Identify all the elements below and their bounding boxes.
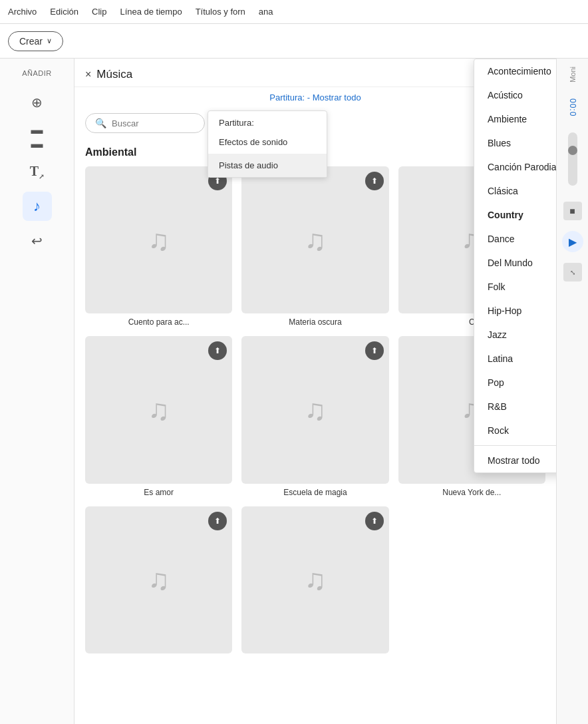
genre-item-folk[interactable]: Folk bbox=[474, 275, 556, 299]
genre-item-delmundo[interactable]: Del Mundo bbox=[474, 251, 556, 275]
menu-clip[interactable]: Clip bbox=[92, 7, 106, 17]
genre-divider bbox=[474, 445, 556, 446]
undo-icon: ↩ bbox=[31, 233, 43, 249]
genre-item-latina[interactable]: Latina bbox=[474, 347, 556, 371]
music-label-0: Cuento para ac... bbox=[85, 317, 232, 327]
genre-item-cancion[interactable]: Canción Parodia bbox=[474, 155, 556, 179]
menu-bar: Archivo Edición Clip Línea de tiempo Tít… bbox=[0, 0, 588, 24]
menu-titulos[interactable]: Títulos y forn bbox=[196, 7, 245, 17]
music-note-icon-3: ♫ bbox=[148, 393, 170, 427]
genre-item-blues[interactable]: Blues bbox=[474, 131, 556, 155]
play-icon: ▶ bbox=[569, 236, 577, 248]
sidebar-icon-undo[interactable]: ↩ bbox=[23, 226, 52, 256]
create-label: Crear bbox=[19, 36, 43, 47]
upload-btn-1[interactable]: ⬆ bbox=[365, 172, 384, 190]
music-thumb-0: ♫ ⬆ bbox=[85, 166, 232, 313]
music-panel: × Música Partitura: - Mostrar todo 🔍 Par… bbox=[74, 59, 556, 724]
music-thumb-7: ♫ ⬆ bbox=[241, 506, 388, 653]
upload-btn-7[interactable]: ⬆ bbox=[365, 512, 384, 530]
score-item-pistas[interactable]: Pistas de audio bbox=[208, 154, 327, 177]
time-display: 00:0 bbox=[568, 98, 577, 116]
chevron-down-icon: ∨ bbox=[47, 37, 52, 45]
monitor-label: Moni bbox=[569, 67, 577, 83]
music-card-7[interactable]: ♫ ⬆ bbox=[241, 506, 388, 657]
upload-icon-0: ⬆ bbox=[214, 176, 221, 186]
genre-item-hiphop[interactable]: Hip-Hop bbox=[474, 299, 556, 323]
score-dropdown-label: Partitura: bbox=[208, 111, 327, 130]
expand-button[interactable]: ⤡ bbox=[563, 263, 582, 281]
panel-close-button[interactable]: × bbox=[85, 69, 91, 81]
layers-icon: ▬▬ bbox=[31, 123, 43, 151]
menu-archivo[interactable]: Archivo bbox=[8, 7, 37, 17]
stop-icon: ■ bbox=[569, 206, 575, 216]
volume-slider[interactable] bbox=[568, 132, 577, 186]
music-card-0[interactable]: ♫ ⬆ Cuento para ac... bbox=[85, 166, 232, 327]
music-label-1: Materia oscura bbox=[241, 317, 388, 327]
sidebar: AÑADIR ⊕ ▬▬ T↗ ♪ ↩ bbox=[0, 59, 74, 724]
upload-icon-1: ⬆ bbox=[371, 176, 378, 186]
play-button[interactable]: ▶ bbox=[562, 231, 583, 252]
genre-item-pop[interactable]: Pop bbox=[474, 371, 556, 395]
music-note-icon-7: ♫ bbox=[304, 563, 326, 596]
stop-button[interactable]: ■ bbox=[563, 202, 582, 220]
sidebar-icon-plus[interactable]: ⊕ bbox=[23, 88, 52, 117]
menu-ana[interactable]: ana bbox=[259, 7, 273, 17]
music-note-icon-0: ♫ bbox=[148, 224, 170, 257]
search-input[interactable] bbox=[112, 118, 192, 128]
toolbar: Crear ∨ bbox=[0, 24, 588, 59]
genre-item-dance[interactable]: Dance bbox=[474, 227, 556, 251]
music-thumb-6: ♫ ⬆ bbox=[85, 506, 232, 653]
genre-item-country[interactable]: Country bbox=[474, 203, 556, 227]
genre-item-ambiente[interactable]: Ambiente bbox=[474, 107, 556, 131]
upload-icon-4: ⬆ bbox=[371, 346, 378, 355]
music-card-6[interactable]: ♫ ⬆ bbox=[85, 506, 232, 657]
upload-icon-7: ⬆ bbox=[371, 516, 378, 526]
upload-icon-3: ⬆ bbox=[214, 346, 221, 355]
menu-linea[interactable]: Línea de tiempo bbox=[120, 7, 182, 17]
upload-btn-6[interactable]: ⬆ bbox=[208, 512, 227, 530]
create-button[interactable]: Crear ∨ bbox=[8, 31, 63, 51]
search-input-wrap[interactable]: 🔍 bbox=[85, 113, 205, 133]
text-icon: T↗ bbox=[30, 164, 45, 180]
sidebar-icon-text[interactable]: T↗ bbox=[23, 157, 52, 186]
upload-btn-4[interactable]: ⬆ bbox=[365, 341, 384, 360]
music-thumb-1: ♫ ⬆ bbox=[241, 166, 388, 313]
slider-thumb bbox=[568, 146, 577, 155]
score-item-efectos[interactable]: Efectos de sonido bbox=[208, 130, 327, 154]
expand-icon: ⤡ bbox=[570, 269, 575, 276]
genre-item-jazz[interactable]: Jazz bbox=[474, 323, 556, 347]
sidebar-label: AÑADIR bbox=[22, 69, 52, 77]
sidebar-icon-music[interactable]: ♪ bbox=[23, 192, 52, 221]
sidebar-icon-layers[interactable]: ▬▬ bbox=[23, 122, 52, 152]
upload-icon-6: ⬆ bbox=[214, 516, 221, 526]
music-card-4[interactable]: ♫ ⬆ Escuela de magia bbox=[241, 336, 388, 496]
music-thumb-3: ♫ ⬆ bbox=[85, 336, 232, 483]
genre-item-rnb[interactable]: R&B bbox=[474, 395, 556, 419]
right-panel: Moni 00:0 ■ ▶ ⤡ bbox=[556, 59, 588, 724]
music-label-3: Es amor bbox=[85, 488, 232, 497]
menu-edicion[interactable]: Edición bbox=[50, 7, 78, 17]
genre-item-acontecimiento[interactable]: Acontecimiento bbox=[474, 59, 556, 83]
upload-btn-3[interactable]: ⬆ bbox=[208, 341, 227, 360]
music-thumb-4: ♫ ⬆ bbox=[241, 336, 388, 483]
music-note-icon: ♪ bbox=[33, 198, 41, 215]
music-label-5: Nueva York de... bbox=[398, 488, 545, 497]
main-layout: AÑADIR ⊕ ▬▬ T↗ ♪ ↩ × Música Partitura: -… bbox=[0, 59, 588, 724]
genre-item-clasica[interactable]: Clásica bbox=[474, 179, 556, 203]
music-card-1[interactable]: ♫ ⬆ Materia oscura bbox=[241, 166, 388, 327]
genre-item-acustico[interactable]: Acústico bbox=[474, 83, 556, 107]
music-card-3[interactable]: ♫ ⬆ Es amor bbox=[85, 336, 232, 496]
search-icon: 🔍 bbox=[95, 118, 106, 128]
music-note-icon-1: ♫ bbox=[304, 224, 326, 257]
plus-icon: ⊕ bbox=[31, 94, 43, 110]
score-type-dropdown: Partitura: Efectos de sonido Pistas de a… bbox=[208, 110, 327, 178]
genre-item-rock[interactable]: Rock bbox=[474, 419, 556, 443]
panel-title: Música bbox=[96, 68, 132, 81]
genre-item-showall[interactable]: Mostrar todo bbox=[474, 449, 556, 472]
genre-dropdown: Acontecimiento Acústico Ambiente Blues C… bbox=[474, 59, 556, 473]
music-note-icon-6: ♫ bbox=[148, 563, 170, 596]
music-note-icon-4: ♫ bbox=[304, 393, 326, 427]
music-label-4: Escuela de magia bbox=[241, 488, 388, 497]
